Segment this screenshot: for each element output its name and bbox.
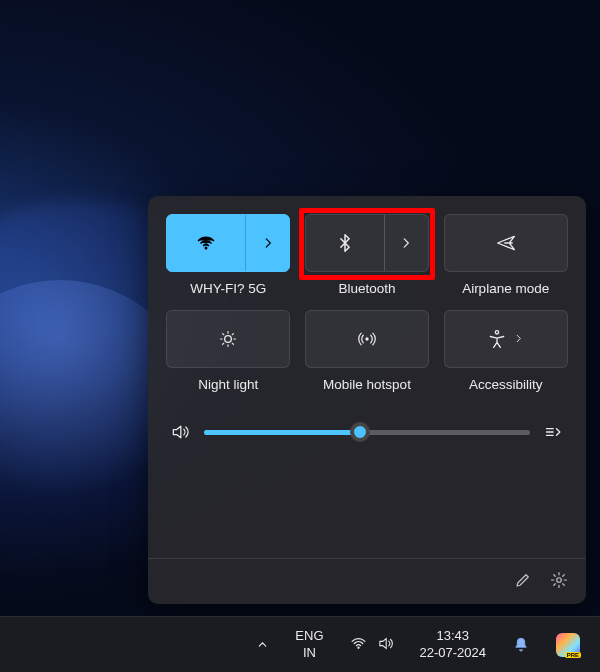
audio-output-button[interactable] [544, 422, 564, 442]
clock-time: 13:43 [436, 628, 469, 644]
tile-bluetooth-wrap: Bluetooth [305, 214, 430, 296]
night-light-toggle[interactable] [166, 310, 290, 368]
svg-point-1 [225, 336, 232, 343]
language-indicator[interactable]: ENG IN [289, 617, 329, 672]
hotspot-label: Mobile hotspot [323, 377, 411, 392]
settings-button[interactable] [550, 571, 568, 593]
tile-airplane-wrap: Airplane mode [443, 214, 568, 296]
wifi-toggle[interactable] [166, 214, 290, 272]
volume-row [166, 422, 568, 442]
svg-point-3 [495, 331, 498, 334]
tile-hotspot-wrap: Mobile hotspot [305, 310, 430, 392]
copilot-badge: PRE [565, 652, 581, 658]
volume-icon[interactable] [170, 422, 190, 442]
volume-slider-fill [204, 430, 360, 435]
airplane-mode-toggle[interactable] [444, 214, 568, 272]
volume-tray-icon [377, 635, 394, 655]
edit-button[interactable] [514, 571, 532, 593]
wifi-toggle-main[interactable] [167, 215, 245, 271]
clock-date: 22-07-2024 [420, 645, 487, 661]
clock[interactable]: 13:43 22-07-2024 [414, 617, 493, 672]
wifi-icon [196, 233, 216, 253]
wifi-expand[interactable] [245, 215, 289, 271]
bluetooth-toggle[interactable] [305, 214, 429, 272]
language-primary: ENG [295, 628, 323, 644]
wifi-tray-icon [350, 635, 367, 655]
bluetooth-icon [335, 233, 355, 253]
volume-slider-thumb[interactable] [350, 422, 370, 442]
accessibility-icon [487, 329, 507, 349]
wifi-label: WHY-FI? 5G [190, 281, 266, 296]
svg-point-5 [357, 646, 359, 648]
bluetooth-label: Bluetooth [338, 281, 395, 296]
svg-point-0 [205, 247, 208, 250]
accessibility-label: Accessibility [469, 377, 543, 392]
quick-settings-footer [148, 558, 586, 604]
tile-accessibility-wrap: Accessibility [443, 310, 568, 392]
tray-network-audio[interactable] [344, 617, 400, 672]
bluetooth-expand[interactable] [384, 215, 428, 271]
svg-point-2 [365, 337, 368, 340]
quick-settings-panel: WHY-FI? 5G Bluetooth [148, 196, 586, 604]
tray-overflow-button[interactable] [250, 617, 275, 672]
quick-settings-tiles: WHY-FI? 5G Bluetooth [166, 214, 568, 392]
chevron-right-icon [513, 330, 524, 348]
language-secondary: IN [303, 645, 316, 661]
night-light-icon [218, 329, 238, 349]
airplane-icon [496, 233, 516, 253]
bluetooth-toggle-main[interactable] [306, 215, 384, 271]
hotspot-icon [357, 329, 377, 349]
tile-nightlight-wrap: Night light [166, 310, 291, 392]
night-light-label: Night light [198, 377, 258, 392]
airplane-label: Airplane mode [462, 281, 549, 296]
accessibility-toggle[interactable] [444, 310, 568, 368]
mobile-hotspot-toggle[interactable] [305, 310, 429, 368]
copilot-button[interactable]: PRE [550, 617, 586, 672]
svg-point-4 [557, 577, 562, 582]
tile-wifi-wrap: WHY-FI? 5G [166, 214, 291, 296]
copilot-icon: PRE [556, 633, 580, 657]
volume-slider[interactable] [204, 430, 530, 435]
taskbar: ENG IN 13:43 22-07-2024 PRE [0, 616, 600, 672]
notifications-button[interactable] [506, 617, 536, 672]
